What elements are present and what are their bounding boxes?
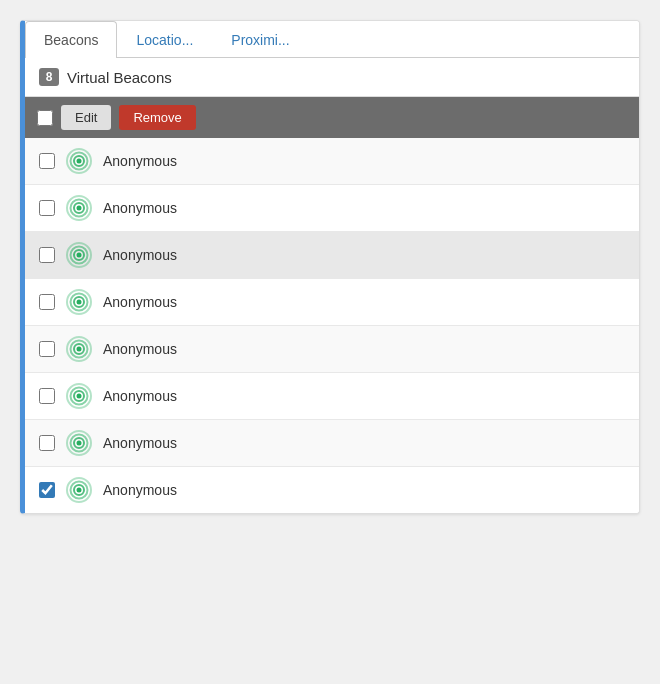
beacon-list: Anonymous Anonymous	[25, 138, 639, 513]
beacon-signal-icon	[65, 194, 93, 222]
list-item: Anonymous	[25, 420, 639, 467]
beacon-checkbox[interactable]	[39, 153, 55, 169]
beacon-name: Anonymous	[103, 341, 177, 357]
beacon-name: Anonymous	[103, 435, 177, 451]
beacon-signal-icon	[65, 335, 93, 363]
beacon-signal-icon	[65, 288, 93, 316]
list-item: Anonymous	[25, 185, 639, 232]
svg-point-15	[77, 300, 82, 305]
beacon-count-badge: 8	[39, 68, 59, 86]
beacon-checkbox[interactable]	[39, 200, 55, 216]
svg-point-31	[77, 488, 82, 493]
tab-bar: Beacons Locatio... Proximi...	[25, 21, 639, 58]
svg-point-7	[77, 206, 82, 211]
list-item: Anonymous	[25, 138, 639, 185]
svg-point-3	[77, 159, 82, 164]
section-header: 8 Virtual Beacons	[25, 58, 639, 97]
beacon-name: Anonymous	[103, 200, 177, 216]
edit-button[interactable]: Edit	[61, 105, 111, 130]
list-item: Anonymous	[25, 467, 639, 513]
beacon-signal-icon	[65, 476, 93, 504]
beacon-name: Anonymous	[103, 153, 177, 169]
svg-point-11	[77, 253, 82, 258]
tab-beacons[interactable]: Beacons	[25, 21, 117, 58]
beacon-name: Anonymous	[103, 247, 177, 263]
beacon-checkbox[interactable]	[39, 435, 55, 451]
beacon-name: Anonymous	[103, 388, 177, 404]
beacon-signal-icon	[65, 147, 93, 175]
remove-button[interactable]: Remove	[119, 105, 195, 130]
beacon-signal-icon	[65, 241, 93, 269]
toolbar: Edit Remove	[25, 97, 639, 138]
list-item: Anonymous	[25, 373, 639, 420]
beacon-checkbox[interactable]	[39, 388, 55, 404]
section-title: Virtual Beacons	[67, 69, 172, 86]
select-all-checkbox[interactable]	[37, 110, 53, 126]
svg-point-19	[77, 347, 82, 352]
svg-point-27	[77, 441, 82, 446]
beacon-name: Anonymous	[103, 482, 177, 498]
main-panel: Beacons Locatio... Proximi... 8 Virtual …	[20, 20, 640, 514]
list-item: Anonymous	[25, 279, 639, 326]
beacon-checkbox[interactable]	[39, 482, 55, 498]
list-item: Anonymous	[25, 326, 639, 373]
beacon-signal-icon	[65, 429, 93, 457]
beacon-checkbox[interactable]	[39, 247, 55, 263]
beacon-checkbox[interactable]	[39, 341, 55, 357]
beacon-checkbox[interactable]	[39, 294, 55, 310]
svg-point-23	[77, 394, 82, 399]
tab-locations[interactable]: Locatio...	[117, 21, 212, 58]
tab-proximity[interactable]: Proximi...	[212, 21, 308, 58]
beacon-name: Anonymous	[103, 294, 177, 310]
beacon-signal-icon	[65, 382, 93, 410]
list-item: Anonymous	[25, 232, 639, 279]
